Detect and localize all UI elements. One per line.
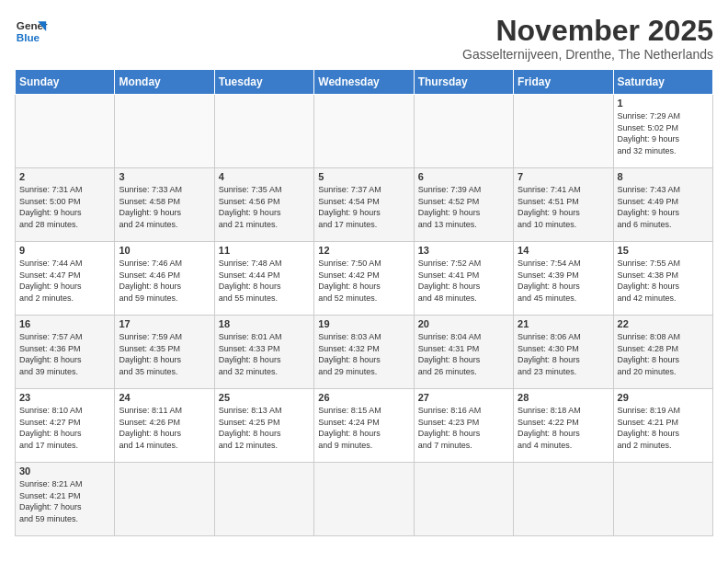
day-number: 2 — [19, 171, 110, 182]
weekday-header-saturday: Saturday — [613, 70, 712, 95]
day-info: Sunrise: 7:39 AM Sunset: 4:52 PM Dayligh… — [418, 184, 509, 230]
day-cell: 22Sunrise: 8:08 AM Sunset: 4:28 PM Dayli… — [613, 316, 712, 389]
day-cell: 29Sunrise: 8:19 AM Sunset: 4:21 PM Dayli… — [613, 389, 712, 463]
day-info: Sunrise: 7:55 AM Sunset: 4:38 PM Dayligh… — [618, 258, 709, 304]
day-cell: 23Sunrise: 8:10 AM Sunset: 4:27 PM Dayli… — [16, 389, 115, 463]
week-row-1: 1Sunrise: 7:29 AM Sunset: 5:02 PM Daylig… — [16, 95, 713, 168]
day-info: Sunrise: 7:31 AM Sunset: 5:00 PM Dayligh… — [19, 184, 110, 230]
day-info: Sunrise: 7:48 AM Sunset: 4:44 PM Dayligh… — [219, 258, 310, 304]
day-cell: 27Sunrise: 8:16 AM Sunset: 4:23 PM Dayli… — [414, 389, 513, 463]
week-row-4: 16Sunrise: 7:57 AM Sunset: 4:36 PM Dayli… — [16, 316, 713, 389]
day-cell — [514, 463, 613, 536]
day-number: 27 — [418, 392, 509, 403]
week-row-6: 30Sunrise: 8:21 AM Sunset: 4:21 PM Dayli… — [16, 463, 713, 536]
day-number: 3 — [119, 171, 210, 182]
day-cell: 5Sunrise: 7:37 AM Sunset: 4:54 PM Daylig… — [314, 168, 414, 242]
day-number: 11 — [219, 245, 310, 256]
day-cell: 7Sunrise: 7:41 AM Sunset: 4:51 PM Daylig… — [514, 168, 613, 242]
day-cell: 11Sunrise: 7:48 AM Sunset: 4:44 PM Dayli… — [214, 242, 313, 316]
day-cell: 6Sunrise: 7:39 AM Sunset: 4:52 PM Daylig… — [414, 168, 513, 242]
day-cell — [16, 95, 115, 168]
day-number: 22 — [618, 318, 709, 329]
day-cell: 30Sunrise: 8:21 AM Sunset: 4:21 PM Dayli… — [16, 463, 115, 536]
day-number: 21 — [518, 318, 609, 329]
day-info: Sunrise: 7:46 AM Sunset: 4:46 PM Dayligh… — [119, 258, 210, 304]
day-cell: 17Sunrise: 7:59 AM Sunset: 4:35 PM Dayli… — [115, 316, 214, 389]
week-row-2: 2Sunrise: 7:31 AM Sunset: 5:00 PM Daylig… — [16, 168, 713, 242]
day-cell — [414, 95, 513, 168]
day-number: 16 — [19, 318, 110, 329]
day-cell — [514, 95, 613, 168]
weekday-header-sunday: Sunday — [16, 70, 115, 95]
day-cell: 13Sunrise: 7:52 AM Sunset: 4:41 PM Dayli… — [414, 242, 513, 316]
day-cell: 25Sunrise: 8:13 AM Sunset: 4:25 PM Dayli… — [214, 389, 313, 463]
day-number: 25 — [219, 392, 310, 403]
title-block: November 2025 Gasselternijveen, Drenthe,… — [462, 15, 713, 62]
day-cell: 12Sunrise: 7:50 AM Sunset: 4:42 PM Dayli… — [314, 242, 414, 316]
day-info: Sunrise: 8:11 AM Sunset: 4:26 PM Dayligh… — [119, 405, 210, 451]
day-cell — [115, 463, 214, 536]
day-cell — [414, 463, 513, 536]
day-info: Sunrise: 8:15 AM Sunset: 4:24 PM Dayligh… — [318, 405, 409, 451]
day-cell: 21Sunrise: 8:06 AM Sunset: 4:30 PM Dayli… — [514, 316, 613, 389]
day-info: Sunrise: 7:59 AM Sunset: 4:35 PM Dayligh… — [119, 331, 210, 377]
day-number: 24 — [119, 392, 210, 403]
day-cell — [314, 95, 414, 168]
day-info: Sunrise: 7:37 AM Sunset: 4:54 PM Dayligh… — [318, 184, 409, 230]
calendar-table: SundayMondayTuesdayWednesdayThursdayFrid… — [15, 69, 713, 536]
day-number: 15 — [618, 245, 709, 256]
day-cell: 24Sunrise: 8:11 AM Sunset: 4:26 PM Dayli… — [115, 389, 214, 463]
day-info: Sunrise: 7:43 AM Sunset: 4:49 PM Dayligh… — [618, 184, 709, 230]
day-cell: 1Sunrise: 7:29 AM Sunset: 5:02 PM Daylig… — [613, 95, 712, 168]
day-info: Sunrise: 7:35 AM Sunset: 4:56 PM Dayligh… — [219, 184, 310, 230]
day-info: Sunrise: 8:19 AM Sunset: 4:21 PM Dayligh… — [618, 405, 709, 451]
day-number: 13 — [418, 245, 509, 256]
day-cell: 3Sunrise: 7:33 AM Sunset: 4:58 PM Daylig… — [115, 168, 214, 242]
day-cell: 16Sunrise: 7:57 AM Sunset: 4:36 PM Dayli… — [16, 316, 115, 389]
day-number: 6 — [418, 171, 509, 182]
weekday-header-thursday: Thursday — [414, 70, 513, 95]
weekday-header-tuesday: Tuesday — [214, 70, 313, 95]
logo: General Blue — [15, 15, 48, 48]
day-number: 1 — [618, 98, 709, 109]
day-number: 10 — [119, 245, 210, 256]
day-number: 5 — [318, 171, 409, 182]
day-cell — [214, 95, 313, 168]
day-number: 30 — [19, 465, 110, 477]
day-cell — [214, 463, 313, 536]
day-number: 26 — [318, 392, 409, 403]
svg-text:Blue: Blue — [17, 31, 40, 43]
page: General Blue November 2025 Gasselternijv… — [0, 0, 728, 551]
day-cell: 14Sunrise: 7:54 AM Sunset: 4:39 PM Dayli… — [514, 242, 613, 316]
day-number: 19 — [318, 318, 409, 329]
day-info: Sunrise: 7:52 AM Sunset: 4:41 PM Dayligh… — [418, 258, 509, 304]
day-info: Sunrise: 8:06 AM Sunset: 4:30 PM Dayligh… — [518, 331, 609, 377]
day-cell: 18Sunrise: 8:01 AM Sunset: 4:33 PM Dayli… — [214, 316, 313, 389]
day-cell — [613, 463, 712, 536]
day-info: Sunrise: 8:04 AM Sunset: 4:31 PM Dayligh… — [418, 331, 509, 377]
day-cell: 20Sunrise: 8:04 AM Sunset: 4:31 PM Dayli… — [414, 316, 513, 389]
day-info: Sunrise: 8:21 AM Sunset: 4:21 PM Dayligh… — [19, 478, 110, 524]
header: General Blue November 2025 Gasselternijv… — [15, 15, 713, 62]
day-number: 18 — [219, 318, 310, 329]
day-number: 9 — [19, 245, 110, 256]
day-info: Sunrise: 8:08 AM Sunset: 4:28 PM Dayligh… — [618, 331, 709, 377]
week-row-3: 9Sunrise: 7:44 AM Sunset: 4:47 PM Daylig… — [16, 242, 713, 316]
day-info: Sunrise: 8:16 AM Sunset: 4:23 PM Dayligh… — [418, 405, 509, 451]
day-number: 14 — [518, 245, 609, 256]
day-info: Sunrise: 8:18 AM Sunset: 4:22 PM Dayligh… — [518, 405, 609, 451]
subtitle: Gasselternijveen, Drenthe, The Netherlan… — [462, 47, 713, 62]
day-info: Sunrise: 8:03 AM Sunset: 4:32 PM Dayligh… — [318, 331, 409, 377]
day-info: Sunrise: 8:01 AM Sunset: 4:33 PM Dayligh… — [219, 331, 310, 377]
day-cell: 8Sunrise: 7:43 AM Sunset: 4:49 PM Daylig… — [613, 168, 712, 242]
day-number: 29 — [618, 392, 709, 403]
day-info: Sunrise: 8:13 AM Sunset: 4:25 PM Dayligh… — [219, 405, 310, 451]
day-info: Sunrise: 7:41 AM Sunset: 4:51 PM Dayligh… — [518, 184, 609, 230]
day-cell: 2Sunrise: 7:31 AM Sunset: 5:00 PM Daylig… — [16, 168, 115, 242]
day-info: Sunrise: 7:33 AM Sunset: 4:58 PM Dayligh… — [119, 184, 210, 230]
day-cell: 10Sunrise: 7:46 AM Sunset: 4:46 PM Dayli… — [115, 242, 214, 316]
weekday-header-friday: Friday — [514, 70, 613, 95]
day-cell: 15Sunrise: 7:55 AM Sunset: 4:38 PM Dayli… — [613, 242, 712, 316]
day-cell: 9Sunrise: 7:44 AM Sunset: 4:47 PM Daylig… — [16, 242, 115, 316]
logo-icon: General Blue — [15, 15, 48, 48]
